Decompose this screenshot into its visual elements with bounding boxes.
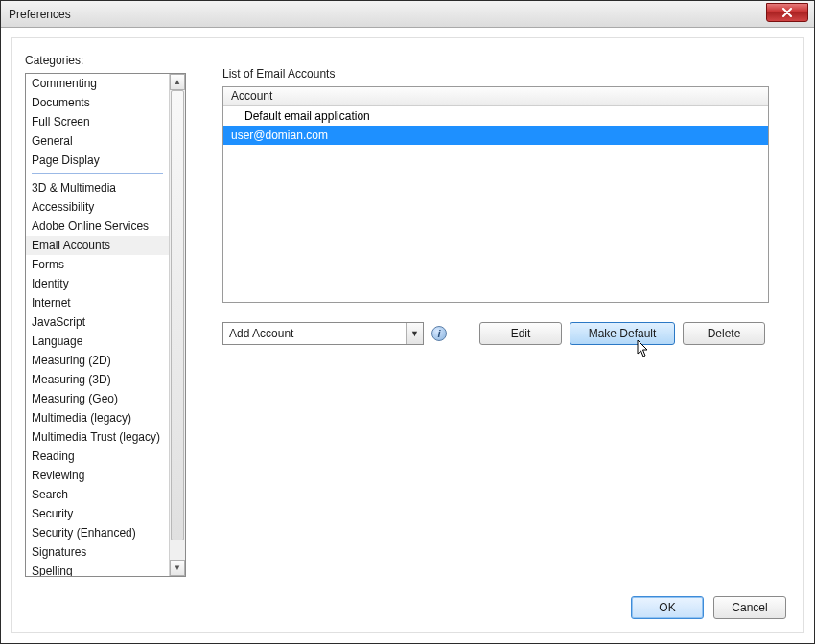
category-item[interactable]: Identity: [26, 274, 169, 293]
chevron-down-icon: ▼: [406, 323, 423, 344]
categories-label: Categories:: [25, 54, 83, 67]
info-icon[interactable]: i: [431, 326, 447, 341]
scroll-up-button[interactable]: ▲: [170, 74, 185, 90]
category-item[interactable]: Internet: [26, 293, 169, 312]
category-item[interactable]: Measuring (Geo): [26, 389, 169, 408]
scroll-track[interactable]: [170, 90, 185, 560]
category-item[interactable]: Security (Enhanced): [26, 523, 169, 542]
category-item[interactable]: Commenting: [26, 74, 169, 93]
cancel-button[interactable]: Cancel: [713, 596, 786, 619]
categories-scrollbar[interactable]: ▲ ▼: [169, 74, 185, 576]
category-item[interactable]: Search: [26, 485, 169, 504]
preferences-window: Preferences Categories: CommentingDocume…: [0, 0, 815, 644]
account-row[interactable]: Default email application: [223, 106, 768, 126]
category-item[interactable]: Measuring (3D): [26, 370, 169, 389]
window-title: Preferences: [9, 8, 71, 21]
category-item[interactable]: 3D & Multimedia: [26, 178, 169, 197]
make-default-button[interactable]: Make Default: [570, 322, 675, 345]
category-item[interactable]: Signatures: [26, 542, 169, 562]
close-icon: [781, 8, 793, 17]
panel-title: List of Email Accounts: [222, 67, 335, 80]
delete-button[interactable]: Delete: [683, 322, 765, 345]
category-separator: [32, 173, 163, 174]
category-item[interactable]: JavaScript: [26, 312, 169, 332]
titlebar: Preferences: [1, 1, 814, 28]
category-item[interactable]: Spelling: [26, 562, 169, 576]
category-item[interactable]: Page Display: [26, 150, 169, 170]
edit-button[interactable]: Edit: [479, 322, 562, 345]
accounts-list[interactable]: Account Default email applicationuser@do…: [222, 86, 769, 303]
scroll-down-button[interactable]: ▼: [170, 560, 185, 576]
accounts-column-header[interactable]: Account: [223, 87, 768, 106]
category-item[interactable]: Measuring (2D): [26, 351, 169, 370]
dialog-footer: OK Cancel: [631, 596, 786, 619]
category-item[interactable]: General: [26, 131, 169, 150]
scroll-thumb[interactable]: [171, 90, 184, 540]
accounts-toolbar: Add Account ▼ i Edit Make Default Delete: [222, 320, 769, 347]
categories-listbox[interactable]: CommentingDocumentsFull ScreenGeneralPag…: [25, 73, 186, 577]
category-item[interactable]: Adobe Online Services: [26, 217, 169, 236]
category-item[interactable]: Reviewing: [26, 466, 169, 485]
window-close-button[interactable]: [766, 3, 808, 22]
category-item[interactable]: Forms: [26, 255, 169, 274]
account-row[interactable]: user@domian.com: [223, 126, 768, 145]
category-item[interactable]: Accessibility: [26, 197, 169, 217]
add-account-label: Add Account: [223, 327, 406, 340]
category-item[interactable]: Multimedia Trust (legacy): [26, 427, 169, 447]
category-item[interactable]: Reading: [26, 447, 169, 466]
category-item[interactable]: Language: [26, 332, 169, 351]
category-item[interactable]: Full Screen: [26, 112, 169, 131]
add-account-dropdown[interactable]: Add Account ▼: [222, 322, 424, 345]
category-item[interactable]: Email Accounts: [26, 236, 169, 255]
ok-button[interactable]: OK: [631, 596, 704, 619]
category-item[interactable]: Multimedia (legacy): [26, 408, 169, 427]
client-area: Categories: CommentingDocumentsFull Scre…: [11, 37, 804, 633]
category-item[interactable]: Security: [26, 504, 169, 523]
category-item[interactable]: Documents: [26, 93, 169, 112]
